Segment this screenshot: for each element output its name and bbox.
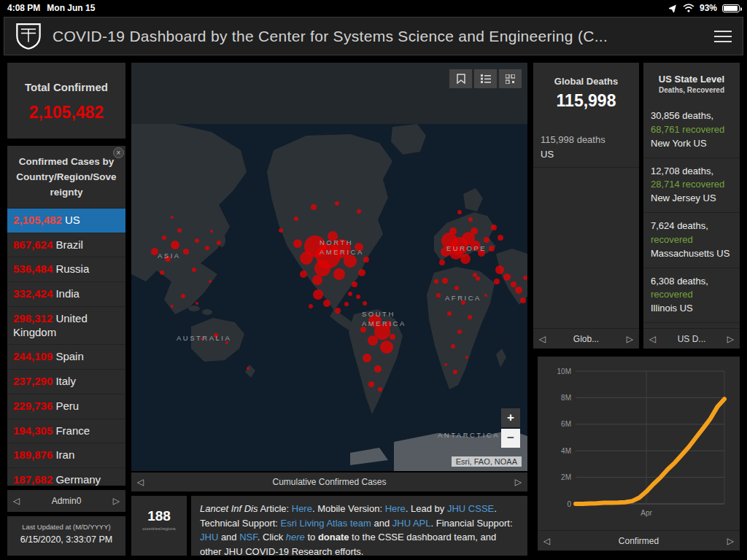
case-dot: [451, 344, 455, 349]
link[interactable]: Here: [292, 503, 312, 514]
case-dot: [520, 298, 526, 303]
case-dot: [356, 295, 360, 299]
item-value: 115,998: [541, 134, 574, 145]
y-tick-label: 10M: [557, 368, 571, 376]
state-row[interactable]: 12,708 deaths, 28,714 recoveredNew Jerse…: [643, 158, 740, 214]
case-dot: [511, 281, 516, 287]
case-dot: [323, 300, 330, 307]
link[interactable]: here: [286, 532, 305, 542]
link[interactable]: JHU CSSE: [447, 503, 494, 514]
pager-prev-icon[interactable]: ◁: [649, 334, 656, 344]
status-date: Mon Jun 15: [47, 3, 95, 13]
item-location: US: [541, 147, 632, 162]
case-dot: [352, 281, 357, 287]
country-row[interactable]: 867,624 Brazil: [7, 233, 125, 257]
pager-next-icon[interactable]: ▷: [627, 334, 633, 344]
case-dot: [348, 292, 352, 296]
wifi-icon: [683, 4, 694, 12]
country-row[interactable]: 536,484 Russia: [7, 257, 125, 281]
legend-icon: [481, 74, 491, 83]
case-dot: [309, 304, 313, 308]
case-dot: [171, 216, 174, 219]
country-row[interactable]: 187,682 Germany: [7, 467, 125, 486]
case-dot: [363, 257, 369, 262]
country-row[interactable]: 244,109 Spain: [7, 344, 125, 369]
state-row[interactable]: 30,856 deaths, 68,761 recoveredNew York …: [643, 103, 740, 158]
case-dot: [312, 275, 322, 285]
y-tick-label: 0: [567, 500, 571, 508]
pager-next-icon[interactable]: ▷: [727, 536, 734, 546]
confirmed-chart-panel: 02M4M6M8M10MApr ◁ Confirmed ▷: [538, 357, 740, 551]
y-tick-label: 8M: [561, 394, 571, 402]
link[interactable]: Here: [385, 503, 406, 514]
country-row[interactable]: 298,312 United Kingdom: [7, 306, 125, 345]
case-dot: [494, 279, 500, 284]
country-row[interactable]: 2,105,482 US: [7, 208, 125, 233]
map-attribution: Esri, FAO, NOAA: [452, 456, 522, 467]
link[interactable]: JHU APL: [392, 518, 431, 529]
notes-text: Lancet Inf Dis: [200, 503, 258, 514]
country-row[interactable]: 237,290 Italy: [7, 369, 125, 394]
page-title: COVID-19 Dashboard by the Center for Sys…: [53, 28, 714, 45]
case-dot: [498, 235, 503, 241]
case-dot: [344, 254, 357, 268]
countries-count-label: countries/regions: [131, 526, 187, 531]
pager-prev-icon[interactable]: ◁: [543, 536, 550, 546]
location-arrow-icon: [669, 4, 678, 12]
us-state-pager: ◁ US D... ▷: [643, 328, 740, 349]
menu-button[interactable]: [714, 31, 732, 42]
global-deaths-pager-label: Glob...: [546, 334, 627, 344]
basemap-button[interactable]: [499, 69, 522, 88]
map-label: AMERICA: [320, 248, 364, 256]
last-updated-label: Last Updated at (M/D/YYYY): [7, 523, 125, 531]
link[interactable]: Esri Living Atlas team: [281, 518, 371, 529]
country-row[interactable]: 229,736 Peru: [7, 394, 125, 419]
pager-prev-icon[interactable]: ◁: [539, 334, 546, 344]
confirmed-by-country-panel: × Confirmed Cases by Country/Region/Sove…: [7, 146, 125, 486]
case-dot: [300, 271, 307, 278]
country-pager: ◁ Admin0 ▷: [7, 490, 125, 512]
case-dot: [374, 365, 382, 373]
case-dot: [434, 279, 438, 284]
map-label: EUROPE: [446, 244, 487, 252]
case-dot: [378, 387, 382, 392]
clock: 4:08 PM: [7, 3, 40, 13]
global-deaths-item[interactable]: 115,998 deaths US: [533, 127, 639, 168]
zoom-in-button[interactable]: +: [501, 408, 520, 427]
case-dot: [436, 293, 441, 298]
case-dot: [390, 334, 395, 340]
country-row[interactable]: 194,305 France: [7, 419, 125, 443]
case-dot: [476, 276, 480, 281]
map-label: AUSTRALIA: [177, 334, 231, 342]
case-dot: [439, 260, 445, 265]
link[interactable]: JHU: [200, 532, 218, 542]
pager-next-icon[interactable]: ▷: [727, 334, 734, 344]
collapse-icon[interactable]: ×: [113, 147, 124, 158]
zoom-out-button[interactable]: −: [501, 429, 520, 448]
legend-button[interactable]: [474, 69, 497, 88]
map-pager: ◁ Cumulative Confirmed Cases ▷: [131, 472, 527, 491]
case-dot: [192, 268, 196, 272]
case-dot: [160, 271, 164, 275]
case-dot: [177, 228, 182, 233]
bookmark-button[interactable]: [449, 69, 472, 88]
case-dot: [335, 308, 341, 314]
country-row[interactable]: 332,424 India: [7, 281, 125, 306]
global-deaths-panel: Global Deaths 115,998 115,998 deaths US …: [533, 63, 639, 349]
pager-prev-icon[interactable]: ◁: [137, 477, 144, 487]
global-deaths-pager: ◁ Glob... ▷: [533, 328, 639, 349]
case-dot: [473, 273, 477, 277]
total-confirmed-value: 2,105,482: [7, 103, 125, 122]
world-map[interactable]: ASIANORTHAMERICAEUROPEAFRICASOUTHAMERICA…: [131, 63, 527, 471]
pager-prev-icon[interactable]: ◁: [13, 496, 20, 506]
case-dot: [357, 209, 361, 214]
link[interactable]: NSF: [239, 532, 258, 542]
confirmed-line-chart[interactable]: 02M4M6M8M10MApr: [538, 361, 740, 527]
state-row[interactable]: 6,308 deaths, recoveredIllinois US: [643, 268, 740, 324]
pager-next-icon[interactable]: ▷: [113, 496, 120, 506]
state-row[interactable]: 7,624 deaths, recoveredMassachusetts US: [643, 213, 740, 268]
pager-next-icon[interactable]: ▷: [515, 477, 522, 487]
case-dot: [363, 354, 371, 362]
bookmark-icon: [457, 74, 465, 84]
country-row[interactable]: 189,876 Iran: [7, 443, 125, 467]
